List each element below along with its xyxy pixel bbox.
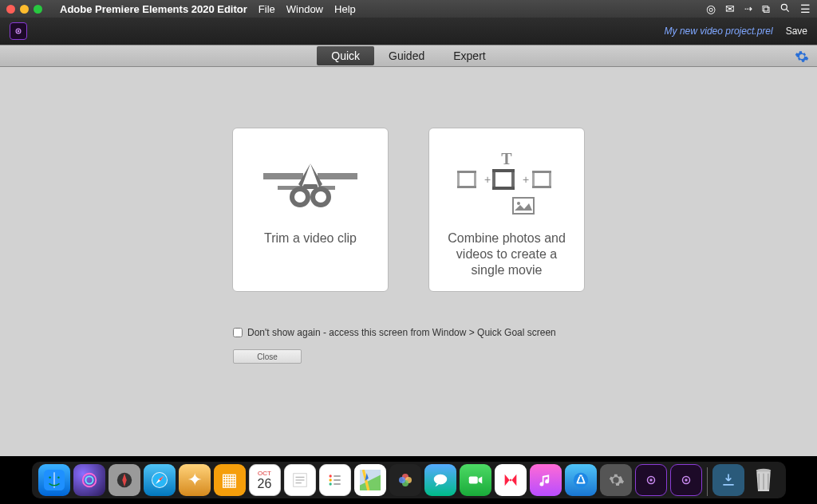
spotlight-icon[interactable] [780, 2, 791, 16]
card-combine-media[interactable]: T + + Combine photos and videos to creat… [428, 128, 585, 292]
svg-rect-25 [532, 186, 551, 188]
svg-point-31 [82, 474, 96, 487]
svg-point-53 [573, 473, 587, 487]
svg-rect-4 [263, 173, 303, 179]
macos-menubar: Adobe Premiere Elements 2020 Editor File… [0, 0, 817, 18]
creative-cloud-icon[interactable]: ◎ [706, 2, 716, 15]
dock-siri-icon[interactable] [73, 464, 105, 496]
settings-gear-icon[interactable] [795, 49, 809, 67]
dock-music-icon[interactable] [530, 464, 562, 496]
dock-calendar-icon[interactable]: OCT 26 [249, 464, 281, 496]
scissors-trim-icon [259, 149, 362, 226]
messages-status-icon[interactable]: ✉ [725, 2, 735, 15]
dock-premiere-elements-2-icon[interactable] [670, 464, 702, 496]
workspace-tabs: Quick Guided Expert [0, 45, 817, 67]
dock-preferences-icon[interactable] [600, 464, 632, 496]
svg-line-1 [786, 9, 788, 11]
calendar-month: OCT [258, 470, 271, 477]
window-controls [6, 5, 42, 14]
dont-show-again-row[interactable]: Don't show again - access this screen fr… [233, 327, 556, 338]
project-filename[interactable]: My new video project.prel [665, 26, 773, 37]
macos-dock: ✦ ▦ OCT 26 [32, 462, 786, 498]
combine-media-icon: T + + [443, 149, 570, 226]
svg-rect-14 [457, 171, 476, 173]
dock-premiere-elements-1-icon[interactable] [635, 464, 667, 496]
svg-rect-18 [495, 172, 511, 187]
svg-rect-55 [649, 479, 652, 482]
bluetooth-icon[interactable]: ⇢ [744, 3, 752, 14]
dock-news-icon[interactable] [495, 464, 527, 496]
svg-rect-20 [492, 187, 515, 190]
dock-separator [707, 467, 708, 496]
dock-launchpad-icon[interactable] [109, 464, 140, 496]
tab-expert[interactable]: Expert [439, 46, 499, 65]
close-button[interactable]: Close [233, 349, 302, 364]
dock-reminders-icon[interactable] [319, 464, 351, 496]
svg-point-32 [85, 476, 93, 483]
svg-point-0 [781, 4, 787, 10]
svg-rect-10 [303, 184, 318, 189]
svg-point-30 [57, 476, 60, 478]
svg-point-9 [313, 189, 329, 205]
svg-point-40 [329, 474, 331, 477]
close-window-button[interactable] [6, 5, 15, 14]
dock-finder-icon[interactable] [38, 464, 70, 496]
svg-point-29 [49, 476, 51, 478]
quick-goal-screen: Trim a video clip T + + Combi [0, 67, 817, 456]
save-button[interactable]: Save [786, 26, 807, 37]
dock-maps-icon[interactable] [354, 464, 386, 496]
dock-photos-icon[interactable] [389, 464, 421, 496]
dont-show-again-checkbox[interactable] [233, 328, 243, 337]
menubar-status-icons: ◎ ✉ ⇢ ⧉ ☰ [706, 2, 811, 16]
menubar-app-name[interactable]: Adobe Premiere Elements 2020 Editor [60, 3, 247, 15]
menu-window[interactable]: Window [286, 3, 323, 15]
card-trim-title: Trim a video clip [264, 230, 357, 246]
dock-trash-icon[interactable] [748, 464, 780, 496]
svg-rect-19 [492, 169, 515, 172]
svg-point-27 [517, 202, 520, 205]
control-center-icon[interactable]: ☰ [800, 2, 811, 15]
svg-point-51 [433, 474, 447, 485]
svg-rect-3 [18, 30, 19, 32]
svg-rect-24 [532, 171, 551, 173]
calendar-day: 26 [258, 477, 272, 491]
svg-text:+: + [484, 173, 491, 186]
svg-point-41 [329, 478, 331, 481]
svg-rect-13 [460, 173, 474, 186]
screen-mirror-icon[interactable]: ⧉ [762, 2, 770, 16]
menu-file[interactable]: File [259, 3, 275, 15]
svg-rect-23 [535, 173, 549, 186]
tab-quick[interactable]: Quick [317, 46, 374, 65]
fullscreen-window-button[interactable] [34, 5, 42, 14]
svg-point-42 [329, 482, 331, 485]
dock-downloads-icon[interactable] [712, 464, 744, 496]
dock-safari-icon[interactable] [144, 464, 176, 496]
svg-rect-57 [685, 479, 687, 482]
svg-point-50 [399, 477, 405, 483]
dock-app-1-icon[interactable]: ✦ [179, 464, 211, 496]
dock-notes-icon[interactable] [284, 464, 316, 496]
macos-dock-area: ✦ ▦ OCT 26 [0, 456, 817, 504]
dock-facetime-icon[interactable] [460, 464, 491, 496]
dock-appstore-icon[interactable] [565, 464, 597, 496]
svg-text:+: + [523, 173, 529, 186]
svg-rect-52 [468, 476, 477, 483]
svg-point-8 [292, 189, 308, 205]
app-logo-icon[interactable] [10, 22, 27, 40]
dock-messages-icon[interactable] [424, 464, 456, 496]
svg-rect-15 [457, 186, 476, 188]
svg-text:T: T [501, 152, 512, 167]
tab-guided[interactable]: Guided [374, 46, 439, 65]
card-trim-video[interactable]: Trim a video clip [232, 128, 389, 292]
card-combine-title: Combine photos and videos to create a si… [439, 230, 574, 278]
dock-app-2-icon[interactable]: ▦ [214, 464, 246, 496]
app-toolbar: My new video project.prel Save [0, 18, 817, 45]
menu-help[interactable]: Help [334, 3, 356, 15]
minimize-window-button[interactable] [20, 5, 29, 14]
svg-rect-5 [318, 173, 357, 179]
dont-show-again-label: Don't show again - access this screen fr… [247, 327, 556, 338]
svg-rect-26 [513, 198, 534, 214]
